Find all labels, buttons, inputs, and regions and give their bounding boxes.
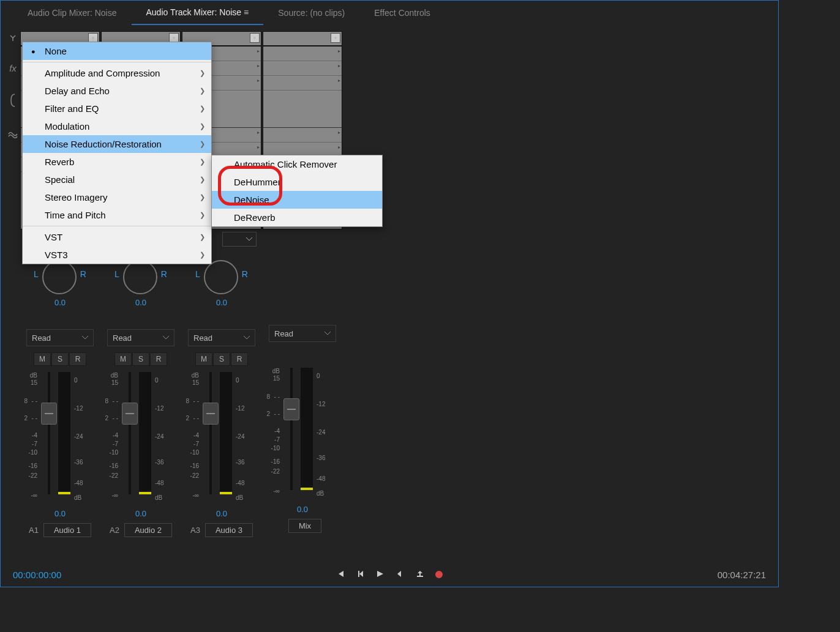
pan-value[interactable]: 0.0 xyxy=(135,298,146,307)
automation-mode-dropdown[interactable]: Read xyxy=(26,329,94,346)
menu-item-modulation[interactable]: Modulation❯ xyxy=(23,117,211,135)
menu-item-amplitude[interactable]: Amplitude and Compression❯ xyxy=(23,64,211,82)
mute-button[interactable]: M xyxy=(195,352,212,366)
fx-icon[interactable]: fx xyxy=(9,63,17,73)
tab-source[interactable]: Source: (no clips) xyxy=(263,1,359,25)
record-button[interactable]: R xyxy=(69,352,86,366)
level-meter xyxy=(220,372,232,494)
timecode-in[interactable]: 00:00:00:00 xyxy=(13,570,61,580)
level-value[interactable]: 0.0 xyxy=(135,509,146,518)
automation-mode-dropdown[interactable]: Read xyxy=(269,325,336,342)
tab-label: Audio Track Mixer: Noise xyxy=(146,7,242,17)
level-value[interactable]: 0.0 xyxy=(216,509,227,518)
track-mix: ▼ ▸▸▸ ▸▸▸ Read dB15- -8- -2-4-7-10-16-22… xyxy=(263,30,342,554)
level-meter xyxy=(58,372,70,494)
fx-category-menu: None Amplitude and Compression❯ Delay an… xyxy=(22,42,212,264)
menu-item-none[interactable]: None xyxy=(23,42,211,60)
record-button[interactable]: R xyxy=(150,352,167,366)
pan-right-label: R xyxy=(161,269,167,279)
menu-divider xyxy=(23,226,211,226)
menu-item-special[interactable]: Special❯ xyxy=(23,171,211,188)
track-id: A2 xyxy=(110,526,119,535)
submenu-item-dereverb[interactable]: DeReverb xyxy=(212,209,382,226)
pan-knob[interactable] xyxy=(204,260,238,294)
tab-effect-controls[interactable]: Effect Controls xyxy=(359,1,445,25)
solo-button[interactable]: S xyxy=(132,352,149,366)
track-id: A1 xyxy=(29,526,39,535)
fader-thumb[interactable] xyxy=(283,398,299,420)
submenu-item-dehummer[interactable]: DeHummer xyxy=(212,173,382,191)
mute-button[interactable]: M xyxy=(114,352,132,366)
track-id: A3 xyxy=(190,526,200,535)
menu-item-vst3[interactable]: VST3❯ xyxy=(23,246,211,264)
record-button[interactable]: R xyxy=(231,352,248,366)
pan-right-label: R xyxy=(80,269,86,279)
play-icon[interactable] xyxy=(375,570,384,580)
panel-tabs: Audio Clip Mixer: Noise Audio Track Mixe… xyxy=(1,1,778,25)
pan-left-label: L xyxy=(34,269,39,279)
tab-audio-track-mixer[interactable]: Audio Track Mixer: Noise ≡ xyxy=(132,1,264,25)
menu-item-delay[interactable]: Delay and Echo❯ xyxy=(23,82,211,100)
go-to-in-icon[interactable] xyxy=(336,570,345,580)
fader-scale-right: 0-12 -24-36 -48dB xyxy=(70,372,92,505)
menu-item-vst[interactable]: VST❯ xyxy=(23,228,211,246)
record-icon[interactable] xyxy=(435,571,443,578)
step-back-icon[interactable] xyxy=(356,570,364,580)
track-name[interactable]: Audio 2 xyxy=(124,523,172,537)
tab-menu-icon[interactable]: ≡ xyxy=(244,7,249,17)
chevron-down-icon[interactable]: ▼ xyxy=(331,33,340,43)
pan-knob[interactable] xyxy=(123,260,157,294)
pan-left-label: L xyxy=(114,269,119,279)
submenu-item-auto-click-remover[interactable]: Automatic Click Remover xyxy=(212,155,382,173)
pan-value[interactable]: 0.0 xyxy=(54,298,66,307)
tab-audio-clip-mixer[interactable]: Audio Clip Mixer: Noise xyxy=(13,1,132,25)
level-meter xyxy=(301,368,313,490)
automation-mode-dropdown[interactable]: Read xyxy=(107,329,174,346)
menu-item-noise-reduction[interactable]: Noise Reduction/Restoration❯ xyxy=(23,135,211,153)
pan-value[interactable]: 0.0 xyxy=(216,298,227,307)
pan-left-label: L xyxy=(195,269,200,279)
fx-submenu-noise-reduction: Automatic Click Remover DeHummer DeNoise… xyxy=(211,155,383,227)
level-value[interactable]: 0.0 xyxy=(297,505,308,514)
track-label-row: A1 Audio 1 xyxy=(29,523,91,537)
left-icon-rail: fx xyxy=(6,30,20,554)
fader-section: dB15 - -8 - -2 -4-7 -10-16 -22-∞ 0-12 -2… xyxy=(20,372,100,505)
pan-right-label: R xyxy=(242,269,248,279)
timecode-out[interactable]: 00:04:27:21 xyxy=(718,570,766,580)
fader-slider[interactable] xyxy=(290,368,293,490)
fx-insert-dropdown[interactable]: ▼ xyxy=(263,31,342,46)
chevron-down-icon[interactable]: ▼ xyxy=(250,33,260,43)
solo-button[interactable]: S xyxy=(51,352,69,366)
caret-icon[interactable] xyxy=(9,32,17,43)
bracket-icon[interactable] xyxy=(9,93,17,110)
solo-button[interactable]: S xyxy=(213,352,230,366)
fader-thumb[interactable] xyxy=(41,403,57,425)
export-icon[interactable] xyxy=(416,570,424,580)
menu-divider xyxy=(23,62,211,62)
menu-item-time-pitch[interactable]: Time and Pitch❯ xyxy=(23,206,211,224)
level-meter xyxy=(139,372,151,494)
mute-button[interactable]: M xyxy=(34,352,51,366)
fader-scale-left: dB15 - -8 - -2 -4-7 -10-16 -22-∞ xyxy=(20,372,41,505)
fader-slider[interactable] xyxy=(48,372,50,494)
pan-knob[interactable] xyxy=(42,260,77,294)
automation-mode-dropdown[interactable]: Read xyxy=(188,329,255,346)
fader-thumb[interactable] xyxy=(203,403,219,425)
level-value[interactable]: 0.0 xyxy=(54,509,66,518)
fader-slider[interactable] xyxy=(129,372,131,494)
fader-slider[interactable] xyxy=(209,372,212,494)
loop-icon[interactable] xyxy=(395,570,405,580)
menu-item-reverb[interactable]: Reverb❯ xyxy=(23,153,211,171)
footer-bar: 00:00:00:00 00:04:27:21 xyxy=(1,562,778,587)
wave-icon[interactable] xyxy=(8,130,18,141)
track-name[interactable]: Audio 3 xyxy=(205,523,253,537)
menu-item-stereo-imagery[interactable]: Stereo Imagery❯ xyxy=(23,188,211,206)
submenu-item-denoise[interactable]: DeNoise xyxy=(212,191,382,209)
fader-thumb[interactable] xyxy=(122,403,138,425)
menu-item-filter[interactable]: Filter and EQ❯ xyxy=(23,100,211,117)
track-name[interactable]: Mix xyxy=(288,519,321,533)
transport-controls xyxy=(336,570,443,580)
track-name[interactable]: Audio 1 xyxy=(43,523,91,537)
output-dropdown[interactable] xyxy=(222,232,257,247)
